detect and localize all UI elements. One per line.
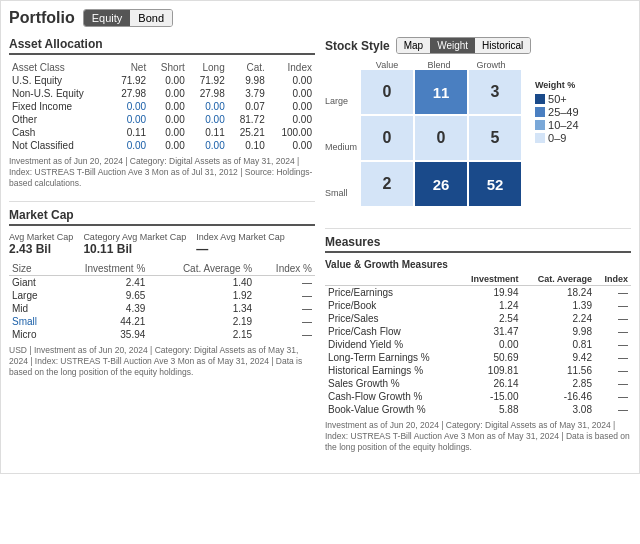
style-grid-area: Large Medium Small Value Blend Growth 01… — [325, 60, 631, 216]
header: Portfolio Equity Bond — [9, 9, 631, 27]
page-title: Portfolio — [9, 9, 75, 27]
aa-cell-short: 0.00 — [149, 100, 188, 113]
aa-cell-net: 0.00 — [109, 113, 149, 126]
meas-cell-cat: 9.98 — [521, 325, 595, 338]
style-cell: 0 — [361, 70, 413, 114]
meas-cell-name: Historical Earnings % — [325, 364, 456, 377]
index-mktcap-label: Index Avg Market Cap — [196, 232, 284, 242]
avg-mktcap-label: Avg Market Cap — [9, 232, 73, 242]
aa-col-net: Net — [109, 61, 149, 74]
style-tab-map[interactable]: Map — [397, 38, 430, 53]
style-tab-historical[interactable]: Historical — [475, 38, 530, 53]
index-avg-market-cap: Index Avg Market Cap — — [196, 232, 284, 256]
meas-cell-investment: 31.47 — [456, 325, 521, 338]
legend-50plus: 50+ — [535, 93, 579, 105]
meas-cell-investment: 50.69 — [456, 351, 521, 364]
tab-group[interactable]: Equity Bond — [83, 9, 173, 27]
aa-cell-short: 0.00 — [149, 113, 188, 126]
mc-cell-index: — — [255, 302, 315, 315]
table-row: Non-U.S. Equity 27.98 0.00 27.98 3.79 0.… — [9, 87, 315, 100]
market-cap-table: Size Investment % Cat. Average % Index %… — [9, 262, 315, 341]
mc-cell-size: Large — [9, 289, 54, 302]
style-cell: 11 — [415, 70, 467, 114]
style-tabs[interactable]: Map Weight Historical — [396, 37, 532, 54]
mc-cell-size: Giant — [9, 276, 54, 290]
table-row: Price/Earnings 19.94 18.24 — — [325, 286, 631, 300]
aa-cell-cat: 25.21 — [228, 126, 268, 139]
aa-cell-long: 0.00 — [188, 139, 228, 152]
meas-cell-cat: -16.46 — [521, 390, 595, 403]
aa-cell-net: 71.92 — [109, 74, 149, 87]
table-row: Other 0.00 0.00 0.00 81.72 0.00 — [9, 113, 315, 126]
legend-10-24: 10–24 — [535, 119, 579, 131]
table-row: Price/Cash Flow 31.47 9.98 — — [325, 325, 631, 338]
aa-cell-net: 0.00 — [109, 139, 149, 152]
mc-cell-cat: 1.92 — [148, 289, 255, 302]
tab-equity[interactable]: Equity — [84, 10, 131, 26]
aa-col-index: Index — [268, 61, 315, 74]
meas-cell-index: — — [595, 390, 631, 403]
table-row: Price/Sales 2.54 2.24 — — [325, 312, 631, 325]
mktcap-footnote: USD | Investment as of Jun 20, 2024 | Ca… — [9, 345, 315, 378]
style-cell: 2 — [361, 162, 413, 206]
asset-allocation-title: Asset Allocation — [9, 37, 315, 55]
meas-cell-index: — — [595, 403, 631, 416]
tab-bond[interactable]: Bond — [130, 10, 172, 26]
aa-col-asset-class: Asset Class — [9, 61, 109, 74]
aa-cell-long: 71.92 — [188, 74, 228, 87]
meas-cell-index: — — [595, 338, 631, 351]
meas-cell-cat: 2.24 — [521, 312, 595, 325]
meas-cell-name: Price/Earnings — [325, 286, 456, 300]
style-cell: 0 — [415, 116, 467, 160]
table-row: U.S. Equity 71.92 0.00 71.92 9.98 0.00 — [9, 74, 315, 87]
aa-cell-long: 0.00 — [188, 100, 228, 113]
left-column: Asset Allocation Asset Class Net Short L… — [9, 37, 315, 465]
mc-cell-cat: 2.19 — [148, 315, 255, 328]
mc-col-cat: Cat. Average % — [148, 262, 255, 276]
aa-col-long: Long — [188, 61, 228, 74]
meas-cell-index: — — [595, 312, 631, 325]
legend-label-10-24: 10–24 — [548, 119, 579, 131]
aa-cell-long: 0.11 — [188, 126, 228, 139]
mc-cell-size: Small — [9, 315, 54, 328]
main-container: Portfolio Equity Bond Asset Allocation A… — [0, 0, 640, 474]
meas-col-name — [325, 273, 456, 286]
aa-cell-net: 0.11 — [109, 126, 149, 139]
aa-footnote: Investment as of Jun 20, 2024 | Category… — [9, 156, 315, 189]
market-cap-title: Market Cap — [9, 208, 315, 226]
mc-cell-size: Mid — [9, 302, 54, 315]
legend-box-10-24 — [535, 120, 545, 130]
meas-col-cat: Cat. Average — [521, 273, 595, 286]
mc-cell-investment: 9.65 — [54, 289, 149, 302]
stock-style-header: Stock Style Map Weight Historical — [325, 37, 631, 54]
style-tab-weight[interactable]: Weight — [430, 38, 475, 53]
row-label-small: Small — [325, 170, 357, 216]
mc-cell-investment: 35.94 — [54, 328, 149, 341]
meas-cell-investment: 0.00 — [456, 338, 521, 351]
meas-col-investment: Investment — [456, 273, 521, 286]
row-label-medium: Medium — [325, 124, 357, 170]
aa-cell-long: 27.98 — [188, 87, 228, 100]
meas-cell-cat: 2.85 — [521, 377, 595, 390]
aa-cell-short: 0.00 — [149, 126, 188, 139]
aa-col-short: Short — [149, 61, 188, 74]
cat-avg-market-cap: Category Avg Market Cap 10.11 Bil — [83, 232, 186, 256]
table-row: Fixed Income 0.00 0.00 0.00 0.07 0.00 — [9, 100, 315, 113]
mc-cell-cat: 2.15 — [148, 328, 255, 341]
measures-section: Measures Value & Growth Measures Investm… — [325, 235, 631, 453]
meas-cell-name: Book-Value Growth % — [325, 403, 456, 416]
aa-cell-name: Non-U.S. Equity — [9, 87, 109, 100]
meas-cell-investment: 1.24 — [456, 299, 521, 312]
legend-box-0-9 — [535, 133, 545, 143]
meas-cell-name: Price/Book — [325, 299, 456, 312]
meas-col-index: Index — [595, 273, 631, 286]
aa-cell-index: 0.00 — [268, 113, 315, 126]
meas-cell-name: Cash-Flow Growth % — [325, 390, 456, 403]
aa-cell-short: 0.00 — [149, 139, 188, 152]
table-row: Not Classified 0.00 0.00 0.00 0.10 0.00 — [9, 139, 315, 152]
avg-mktcap-value: 2.43 Bil — [9, 242, 73, 256]
table-row: Large 9.65 1.92 — — [9, 289, 315, 302]
meas-cell-index: — — [595, 377, 631, 390]
meas-cell-investment: 2.54 — [456, 312, 521, 325]
aa-cell-name: U.S. Equity — [9, 74, 109, 87]
